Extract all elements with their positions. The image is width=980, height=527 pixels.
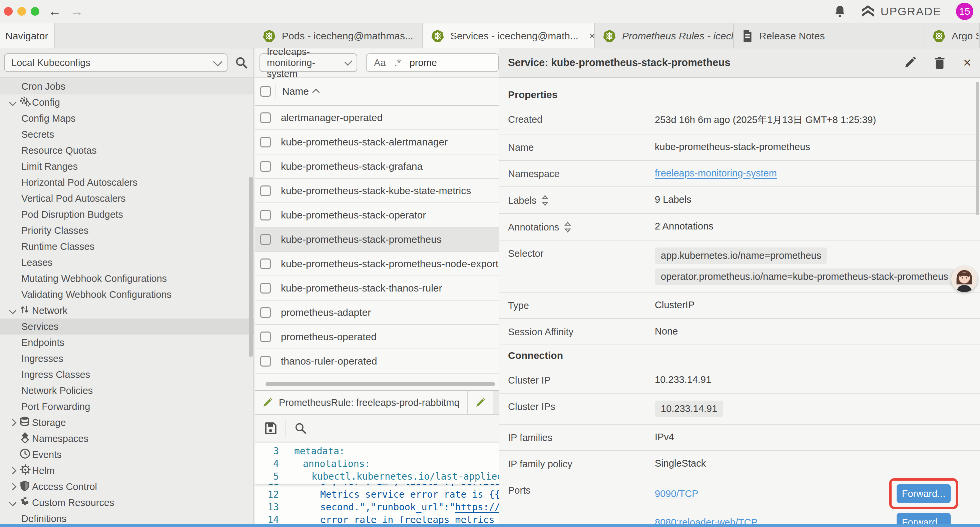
select-all-checkbox[interactable] — [260, 86, 271, 97]
sidebar-item-events[interactable]: Events — [0, 447, 253, 463]
edit-pencil-icon[interactable] — [904, 56, 916, 69]
row-checkbox[interactable] — [260, 210, 271, 220]
dock-tab-partial[interactable] — [468, 391, 493, 414]
kubernetes — [932, 29, 946, 43]
row-checkbox[interactable] — [260, 185, 271, 196]
sidebar-item-helm[interactable]: Helm — [0, 463, 253, 479]
events-clock-icon — [19, 448, 31, 459]
row-checkbox[interactable] — [260, 331, 271, 342]
yaml-editor[interactable]: 110","for":"1m","labels":{"service":12Me… — [255, 443, 499, 524]
port-link[interactable]: 8080:reloader-web/TCP — [655, 517, 757, 525]
table-row-alertmanager-operated[interactable]: alertmanager-operated — [255, 106, 499, 130]
detail-scrollbar[interactable] — [976, 82, 979, 215]
bell-icon[interactable] — [834, 5, 846, 18]
save-icon[interactable] — [264, 421, 277, 435]
forward-button[interactable]: Forward... — [897, 513, 951, 524]
row-checkbox[interactable] — [260, 307, 271, 318]
namespace-link[interactable]: freeleaps-monitoring-system — [655, 168, 777, 178]
tab-navigator[interactable]: Navigator — [0, 23, 55, 48]
delete-trash-icon[interactable] — [934, 56, 946, 69]
highlight-annotation: Forward... — [897, 484, 951, 503]
notification-badge[interactable]: 15 — [956, 3, 973, 20]
sidebar-item-definitions[interactable]: Definitions — [0, 511, 253, 522]
dock-tab-prometheusrule[interactable]: PrometheusRule: freeleaps-prod-rabbitmq — [255, 391, 468, 414]
table-row-kube-prometheus-stack-operator[interactable]: kube-prometheus-stack-operator — [255, 203, 499, 228]
regex-toggle[interactable]: .* — [394, 57, 401, 68]
tab-release-notes[interactable]: Release Notes — [734, 23, 924, 48]
table-row-kube-prometheus-stack-alertmanager[interactable]: kube-prometheus-stack-alertmanager — [255, 130, 499, 154]
sidebar-item-validating-webhook-configurations[interactable]: Validating Webhook Configurations — [0, 287, 253, 303]
sidebar-item-ingresses[interactable]: Ingresses — [0, 350, 253, 366]
sidebar-item-mutating-webhook-configurations[interactable]: Mutating Webhook Configurations — [0, 271, 253, 287]
window-close-button[interactable] — [4, 7, 13, 16]
forward-button[interactable]: Forward... — [897, 484, 951, 503]
tab-prometheus-rules-icecheng[interactable]: Prometheus Rules - icecheng... — [595, 23, 734, 48]
sidebar-item-pod-disruption-budgets[interactable]: Pod Disruption Budgets — [0, 207, 253, 223]
row-checkbox[interactable] — [260, 137, 271, 147]
sidebar-item-config[interactable]: Config — [0, 94, 253, 110]
tab-pods-icecheng-mathmas[interactable]: Pods - icecheng@mathmas... — [255, 23, 423, 48]
sidebar-item-limit-ranges[interactable]: Limit Ranges — [0, 158, 253, 174]
upgrade-button[interactable]: UPGRADE — [861, 5, 941, 18]
horizontal-scrollbar[interactable] — [266, 382, 495, 386]
sidebar-item-network-policies[interactable]: Network Policies — [0, 382, 253, 399]
namespace-select[interactable]: freeleaps-monitoring-system — [259, 53, 357, 72]
sidebar-item-storage[interactable]: Storage — [0, 415, 253, 431]
sidebar-item-port-forwarding[interactable]: Port Forwarding — [0, 399, 253, 415]
sidebar-scrollbar[interactable] — [249, 177, 253, 357]
table-row-thanos-ruler-operated[interactable]: thanos-ruler-operated — [255, 349, 499, 374]
sidebar-item-endpoints[interactable]: Endpoints — [0, 334, 253, 350]
sidebar-item-horizontal-pod-autoscalers[interactable]: Horizontal Pod Autoscalers — [0, 174, 253, 191]
name-column-header[interactable]: Name — [282, 86, 320, 97]
sidebar-item-leases[interactable]: Leases — [0, 255, 253, 271]
sidebar-item-secrets[interactable]: Secrets — [0, 126, 253, 142]
sidebar-item-namespaces[interactable]: Namespaces — [0, 431, 253, 447]
detail-value: None — [655, 326, 971, 337]
table-row-prometheus-operated[interactable]: prometheus-operated — [255, 325, 499, 349]
search-icon[interactable] — [294, 422, 307, 435]
sidebar-item-label: Secrets — [0, 129, 54, 140]
row-checkbox[interactable] — [260, 258, 271, 269]
tab-services-icecheng-math[interactable]: Services - icecheng@math...× — [423, 23, 595, 48]
row-checkbox[interactable] — [260, 112, 271, 123]
sidebar-item-label: Definitions — [0, 513, 66, 522]
table-row-kube-prometheus-stack-thanos-ruler[interactable]: kube-prometheus-stack-thanos-ruler — [255, 276, 499, 301]
search-input[interactable]: Aa .* prome — [366, 53, 499, 72]
port-link[interactable]: 9090/TCP — [655, 488, 698, 499]
tab-label: Argo Se — [951, 30, 980, 42]
window-zoom-button[interactable] — [31, 7, 39, 16]
sidebar-item-cron-jobs[interactable]: Cron Jobs — [0, 78, 253, 94]
kubeconfig-select[interactable]: Local Kubeconfigs — [4, 53, 228, 72]
row-checkbox[interactable] — [260, 161, 271, 172]
forward-arrow-icon[interactable]: → — [70, 5, 83, 18]
row-checkbox[interactable] — [260, 356, 271, 366]
table-row-prometheus-adapter[interactable]: prometheus-adapter — [255, 301, 499, 325]
sidebar-item-config-maps[interactable]: Config Maps — [0, 110, 253, 126]
assistant-avatar[interactable] — [951, 266, 977, 292]
tab-argo-se[interactable]: Argo Se — [924, 23, 980, 48]
sidebar-item-vertical-pod-autoscalers[interactable]: Vertical Pod Autoscalers — [0, 191, 253, 207]
sidebar-item-label: Mutating Webhook Configurations — [0, 273, 167, 284]
close-icon[interactable]: × — [589, 30, 595, 42]
sidebar-item-access-control[interactable]: Access Control — [0, 479, 253, 495]
sidebar-item-custom-resources[interactable]: Custom Resources — [0, 495, 253, 511]
close-icon[interactable]: × — [963, 56, 971, 70]
detail-label: Name — [508, 142, 655, 153]
table-row-kube-prometheus-stack-kube-state-metrics[interactable]: kube-prometheus-stack-kube-state-metrics — [255, 179, 499, 203]
search-icon[interactable] — [235, 56, 248, 69]
sidebar-item-priority-classes[interactable]: Priority Classes — [0, 223, 253, 239]
sidebar-item-ingress-classes[interactable]: Ingress Classes — [0, 366, 253, 382]
sidebar-item-network[interactable]: Network — [0, 303, 253, 318]
sidebar-item-resource-quotas[interactable]: Resource Quotas — [0, 142, 253, 158]
table-row-kube-prometheus-stack-prometheus-node-exporter[interactable]: kube-prometheus-stack-prometheus-node-ex… — [255, 252, 499, 276]
table-row-kube-prometheus-stack-grafana[interactable]: kube-prometheus-stack-grafana — [255, 154, 499, 179]
sidebar-item-services[interactable]: Services — [0, 318, 253, 334]
row-checkbox[interactable] — [260, 283, 271, 293]
window-minimize-button[interactable] — [18, 7, 26, 16]
table-row-kube-prometheus-stack-prometheus[interactable]: kube-prometheus-stack-prometheus — [255, 228, 499, 252]
sidebar-item-runtime-classes[interactable]: Runtime Classes — [0, 239, 253, 255]
match-case-toggle[interactable]: Aa — [374, 57, 386, 68]
sidebar-item-label: Network Policies — [0, 385, 93, 396]
row-checkbox[interactable] — [260, 234, 271, 245]
back-arrow-icon[interactable]: ← — [48, 5, 61, 18]
